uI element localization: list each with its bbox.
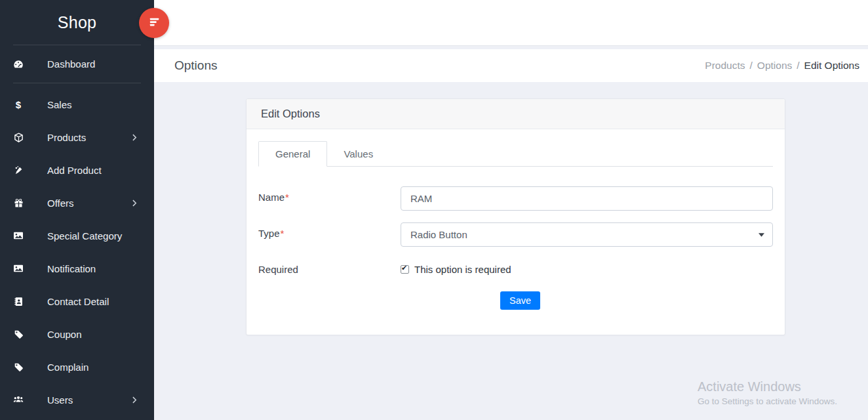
form-row-type: Type* Radio Button — [258, 222, 773, 247]
sidebar-item-notification[interactable]: Notification — [0, 252, 154, 285]
form-row-name: Name* — [258, 186, 773, 211]
type-label: Type* — [258, 222, 401, 247]
sidebar-item-special-category[interactable]: Special Category — [0, 219, 154, 252]
sidebar-item-users[interactable]: Users — [0, 383, 154, 416]
type-select-value: Radio Button — [410, 229, 467, 240]
sidebar-item-dashboard[interactable]: Dashboard — [0, 45, 154, 83]
main-content: Edit Options General Values Name* T — [154, 82, 868, 420]
sidebar-item-sales[interactable]: $ Sales — [0, 88, 154, 121]
edit-options-card: Edit Options General Values Name* T — [246, 98, 785, 335]
required-checkbox[interactable] — [401, 265, 409, 274]
topbar — [154, 0, 868, 46]
caret-down-icon — [759, 233, 764, 237]
sidebar-item-label: Sales — [47, 99, 72, 110]
tab-bar: General Values — [258, 141, 773, 167]
divider — [13, 83, 141, 83]
sidebar-item-label: Add Product — [47, 165, 102, 176]
form-row-required: Required This option is required — [258, 259, 773, 275]
breadcrumb-options-link[interactable]: Options — [757, 60, 792, 72]
chevron-right-icon — [132, 134, 137, 141]
sidebar-item-label: Notification — [47, 263, 96, 274]
name-input[interactable] — [401, 186, 773, 211]
dashboard-icon — [12, 59, 25, 70]
edit-option-form: Name* Type* Radio Button — [258, 186, 773, 310]
chevron-right-icon — [132, 200, 137, 207]
sidebar-item-add-product[interactable]: Add Product — [0, 154, 154, 186]
address-book-icon — [12, 297, 25, 306]
chevron-right-icon — [132, 396, 137, 404]
list-icon — [148, 16, 161, 30]
sidebar-item-label: Coupon — [47, 329, 82, 340]
app-title: Shop — [0, 0, 154, 45]
sidebar-item-coupon[interactable]: Coupon — [0, 318, 154, 350]
breadcrumb-separator: / — [750, 60, 753, 72]
breadcrumb-current: Edit Options — [804, 60, 859, 72]
tab-values[interactable]: Values — [327, 141, 389, 167]
sidebar-item-label: Dashboard — [47, 58, 95, 70]
dollar-icon: $ — [12, 99, 25, 110]
users-icon — [12, 394, 25, 405]
card-title: Edit Options — [247, 99, 785, 129]
breadcrumb-separator: / — [797, 60, 799, 72]
sidebar-item-label: Special Category — [47, 230, 122, 242]
pen-icon — [12, 165, 25, 175]
breadcrumb-bar: Options Products / Options / Edit Option… — [154, 49, 868, 82]
required-marker: * — [281, 228, 285, 239]
required-label: Required — [258, 259, 401, 275]
name-label: Name* — [258, 186, 401, 211]
sidebar-toggle-button[interactable] — [139, 8, 169, 38]
tag-icon — [12, 329, 25, 339]
required-marker: * — [285, 192, 289, 203]
sidebar-item-complain[interactable]: Complain — [0, 350, 154, 383]
sidebar-item-products[interactable]: Products — [0, 121, 154, 154]
tag-icon — [12, 362, 25, 372]
tab-general[interactable]: General — [258, 141, 327, 167]
sidebar-item-label: Offers — [47, 198, 74, 209]
sidebar-item-contact-detail[interactable]: Contact Detail — [0, 285, 154, 318]
breadcrumb: Products / Options / Edit Options — [705, 60, 859, 72]
image-icon — [12, 263, 25, 274]
sidebar-item-label: Contact Detail — [47, 296, 109, 307]
required-checkbox-label: This option is required — [414, 264, 511, 275]
type-select[interactable]: Radio Button — [401, 222, 773, 247]
sidebar-item-offers[interactable]: Offers — [0, 186, 154, 219]
image-icon — [12, 230, 25, 241]
card-body: General Values Name* Type* — [247, 129, 785, 335]
sidebar-item-label: Complain — [47, 362, 89, 373]
sidebar-item-label: Users — [47, 394, 73, 406]
gift-icon — [12, 198, 25, 208]
cube-icon — [12, 133, 25, 142]
page-title: Options — [174, 58, 217, 73]
save-button[interactable]: Save — [500, 291, 540, 310]
sidebar: Shop Dashboard $ Sales Products Add Prod… — [0, 0, 154, 420]
sidebar-item-label: Products — [47, 132, 86, 143]
save-row: Save — [258, 291, 773, 310]
breadcrumb-products-link[interactable]: Products — [705, 60, 745, 72]
